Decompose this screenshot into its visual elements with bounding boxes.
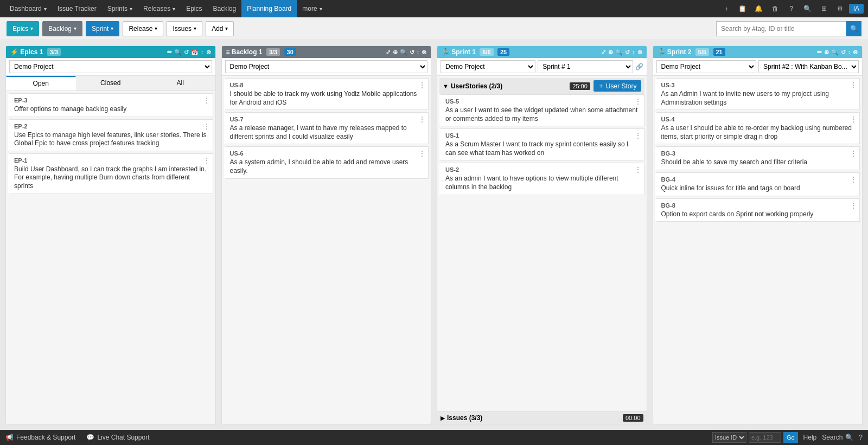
card-menu-icon[interactable]: ⋮ — [418, 81, 426, 89]
help-icon[interactable]: ? — [784, 1, 799, 16]
settings-icon[interactable]: ⚙ — [833, 1, 848, 16]
backlog-filter-button[interactable]: Backlog ▾ — [42, 21, 82, 36]
backlog-more-icon[interactable]: ⊗ — [422, 49, 426, 56]
bottom-help-icon-item[interactable]: ? — [859, 434, 863, 441]
backlog-search-icon[interactable]: 🔍 — [400, 49, 407, 56]
issues-section-header[interactable]: ▶ Issues (3/3) 00:00 — [437, 411, 647, 424]
feedback-item[interactable]: 📢 Feedback & Support — [5, 434, 75, 441]
card-menu-icon[interactable]: ⋮ — [203, 156, 210, 165]
tab-open[interactable]: Open — [6, 76, 76, 91]
sprint1-link-icon[interactable]: 🔗 — [635, 63, 643, 70]
backlog-project-select[interactable]: Demo Project — [225, 60, 428, 73]
search-button[interactable]: 🔍 — [846, 21, 861, 36]
sprint1-sort-icon[interactable]: ↕ — [632, 49, 635, 55]
nav-planning-board[interactable]: Planning Board — [241, 0, 297, 17]
sprint2-sort-icon[interactable]: ↕ — [848, 49, 851, 55]
search-item[interactable]: Search 🔍 — [822, 434, 853, 441]
epics-card-ep1[interactable]: EP-1 ⋮ Build User Dashboard, so I can tr… — [8, 153, 213, 194]
sprint1-target-icon[interactable]: ⊕ — [608, 49, 613, 56]
nav-issue-tracker[interactable]: Issue Tracker — [52, 0, 102, 17]
card-menu-icon[interactable]: ⋮ — [203, 122, 210, 131]
card-menu-icon[interactable]: ⋮ — [850, 201, 857, 210]
notification-icon[interactable]: 🔔 — [751, 1, 767, 16]
nav-dashboard[interactable]: Dashboard ▾ — [4, 0, 52, 17]
id-type-select[interactable]: Issue ID — [712, 432, 746, 443]
user-avatar[interactable]: IA — [849, 4, 864, 14]
nav-more[interactable]: more ▾ — [297, 0, 327, 17]
issues-filter-button[interactable]: Issues ▾ — [167, 21, 202, 36]
epics-card-ep3[interactable]: EP-3 ⋮ Offer options to manage backlog e… — [8, 93, 213, 117]
sprint1-card-us1[interactable]: US-1 ⋮ As a Scrum Master I want to track… — [439, 128, 644, 160]
nav-sprints[interactable]: Sprints ▾ — [102, 0, 138, 17]
sprint1-project-select[interactable]: Demo Project — [441, 60, 535, 73]
backlog-card-us7[interactable]: US-7 ⋮ As a release manager, I want to h… — [224, 112, 429, 144]
sprint2-card-us3[interactable]: US-3 ⋮ As an Admin I want to invite new … — [655, 78, 860, 110]
issues-collapse-icon[interactable]: ▶ — [441, 415, 445, 422]
add-icon[interactable]: ＋ — [719, 1, 734, 16]
epics-refresh-icon[interactable]: ↺ — [184, 49, 189, 56]
search-input[interactable] — [716, 21, 846, 36]
epics-edit-icon[interactable]: ✏ — [167, 49, 172, 56]
user-stories-collapse-icon[interactable]: ▼ — [443, 83, 449, 89]
sprint2-card-bg8[interactable]: BG-8 ⋮ Option to export cards on Sprint … — [655, 198, 860, 222]
epics-filter-button[interactable]: Epics ▾ — [7, 21, 39, 36]
live-chat-item[interactable]: 💬 Live Chat Support — [86, 434, 149, 441]
grid-icon[interactable]: ⊞ — [816, 1, 832, 16]
card-menu-icon[interactable]: ⋮ — [850, 81, 857, 89]
epics-search-icon[interactable]: 🔍 — [174, 49, 182, 56]
card-menu-icon[interactable]: ⋮ — [634, 165, 642, 174]
tab-closed[interactable]: Closed — [76, 76, 146, 91]
nav-backlog[interactable]: Backlog — [207, 0, 241, 17]
tab-all[interactable]: All — [145, 76, 215, 91]
sprint1-sprint-select[interactable]: Sprint # 1 — [538, 60, 633, 73]
epics-sort-icon[interactable]: ↕ — [201, 49, 204, 55]
card-menu-icon[interactable]: ⋮ — [634, 97, 642, 106]
card-menu-icon[interactable]: ⋮ — [418, 149, 426, 158]
sprint2-card-bg4[interactable]: BG-4 ⋮ Quick inline for issues for title… — [655, 172, 860, 196]
search-icon[interactable]: 🔍 — [800, 1, 815, 16]
sprint1-search-icon[interactable]: 🔍 — [615, 49, 623, 56]
nav-releases[interactable]: Releases ▾ — [138, 0, 181, 17]
sprint2-target-icon[interactable]: ⊕ — [824, 49, 829, 56]
sprint2-search-icon[interactable]: 🔍 — [831, 49, 839, 56]
sprint2-sprint-select[interactable]: Sprint #2 : With Kanban Bo... — [758, 60, 859, 73]
sprint1-card-us2[interactable]: US-2 ⋮ As an admin I want to have option… — [439, 163, 644, 195]
go-button[interactable]: Go — [783, 432, 798, 443]
sprint2-card-us4[interactable]: US-4 ⋮ As a user I should be able to re-… — [655, 112, 860, 144]
sprint1-expand-icon[interactable]: ⤢ — [601, 49, 606, 56]
card-menu-icon[interactable]: ⋮ — [418, 115, 426, 124]
add-button[interactable]: Add ▾ — [206, 21, 234, 36]
epics-calendar-icon[interactable]: 📅 — [191, 49, 199, 56]
trash-icon[interactable]: 🗑 — [768, 1, 783, 16]
sprint1-refresh-icon[interactable]: ↺ — [625, 49, 630, 56]
help-item[interactable]: Help — [803, 434, 817, 441]
backlog-expand-icon[interactable]: ⤢ — [386, 49, 391, 56]
epics-more-icon[interactable]: ⊗ — [206, 49, 211, 56]
sprint2-refresh-icon[interactable]: ↺ — [841, 49, 846, 56]
sprint1-more-icon[interactable]: ⊗ — [637, 49, 642, 56]
sprint2-edit-icon[interactable]: ✏ — [817, 49, 822, 56]
card-menu-icon[interactable]: ⋮ — [850, 175, 857, 184]
epics-project-select[interactable]: Demo Project — [9, 60, 212, 73]
card-menu-icon[interactable]: ⋮ — [850, 115, 857, 124]
sprint-filter-button[interactable]: Sprint ▾ — [86, 21, 119, 36]
card-menu-icon[interactable]: ⋮ — [850, 149, 857, 158]
user-stories-section-header[interactable]: ▼ UserStories (2/3) 25:00 ＋ User Story — [439, 78, 644, 94]
card-menu-icon[interactable]: ⋮ — [634, 131, 642, 140]
card-menu-icon[interactable]: ⋮ — [203, 96, 210, 105]
backlog-card-us8[interactable]: US-8 ⋮ I should be able to track my work… — [224, 78, 429, 110]
sprint1-card-us5[interactable]: US-5 ⋮ As a user I want to see the widge… — [439, 94, 644, 126]
epics-card-ep2[interactable]: EP-2 ⋮ Use Epics to manage high level fe… — [8, 119, 213, 151]
sprint2-card-bg3[interactable]: BG-3 ⋮ Should be able to save my search … — [655, 146, 860, 170]
backlog-target-icon[interactable]: ⊕ — [393, 49, 398, 56]
backlog-card-us6[interactable]: US-6 ⋮ As a system admin, I should be ab… — [224, 146, 429, 178]
release-filter-button[interactable]: Release ▾ — [123, 21, 163, 36]
backlog-refresh-icon[interactable]: ↺ — [410, 49, 414, 56]
nav-epics[interactable]: Epics — [181, 0, 207, 17]
calendar-icon[interactable]: 📋 — [735, 1, 750, 16]
sprint2-more-icon[interactable]: ⊗ — [853, 49, 858, 56]
sprint2-project-select[interactable]: Demo Project — [656, 60, 757, 73]
backlog-sort-icon[interactable]: ↕ — [417, 49, 420, 55]
id-input[interactable] — [749, 432, 781, 443]
add-user-story-button[interactable]: ＋ User Story — [593, 80, 641, 92]
